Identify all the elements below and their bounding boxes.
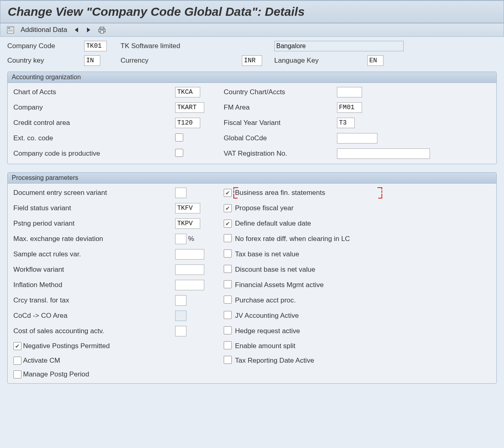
max-ex-rate-field[interactable]	[175, 234, 186, 244]
propose-fy-checkbox[interactable]: ✔	[224, 204, 232, 212]
field-status-field[interactable]	[175, 203, 200, 213]
inflation-field[interactable]	[175, 280, 204, 290]
pstng-period-label: Pstng period variant	[13, 220, 175, 228]
company-field[interactable]	[175, 102, 204, 113]
company-label: Company	[13, 104, 175, 112]
cost-sales-field[interactable]	[175, 326, 186, 336]
svg-marker-5	[75, 27, 78, 32]
processing-params-title: Processing parameters	[8, 173, 496, 184]
company-code-field[interactable]	[84, 41, 107, 51]
jv-acct-label: JV Accounting Active	[235, 312, 381, 320]
sample-rules-field[interactable]	[175, 249, 204, 260]
tax-base-checkbox[interactable]: ✔	[224, 249, 232, 258]
accounting-org-group: Accounting organization Chart of Accts C…	[7, 72, 497, 164]
purchase-acct-checkbox[interactable]: ✔	[224, 296, 232, 304]
cocd-co-label: CoCd -> CO Area	[13, 312, 175, 320]
detail-icon[interactable]	[7, 26, 14, 34]
global-cocde-label: Global CoCde	[224, 134, 337, 142]
tax-rep-date-checkbox[interactable]: ✔	[224, 356, 232, 364]
credit-ctrl-label: Credit control area	[13, 119, 175, 127]
global-cocde-field[interactable]	[337, 133, 377, 144]
activate-cm-checkbox[interactable]: ✔	[13, 357, 21, 365]
cocd-co-field	[175, 311, 186, 321]
propose-fy-label: Propose fiscal year	[235, 204, 381, 212]
neg-post-label: Negative Postings Permitted	[23, 342, 110, 350]
vat-reg-field[interactable]	[337, 148, 430, 159]
previous-icon[interactable]	[74, 27, 79, 33]
discount-base-checkbox[interactable]: ✔	[224, 265, 232, 273]
enable-split-label: Enable amount split	[235, 342, 381, 350]
doc-entry-field[interactable]	[175, 188, 186, 198]
ba-fin-stmt-highlight: Business area fin. statements	[235, 189, 381, 197]
svg-rect-8	[100, 27, 104, 29]
accounting-org-title: Accounting organization	[8, 72, 496, 83]
country-key-field[interactable]	[84, 55, 100, 66]
manage-postg-checkbox[interactable]: ✔	[13, 370, 21, 378]
fam-active-label: Financial Assets Mgmt active	[235, 281, 381, 289]
currency-label: Currency	[121, 57, 242, 65]
fiscal-year-field[interactable]	[337, 118, 355, 128]
svg-rect-1	[8, 27, 10, 29]
cost-sales-label: Cost of sales accounting actv.	[13, 327, 175, 335]
neg-post-checkbox[interactable]: ✔	[13, 342, 21, 350]
crcy-tax-label: Crcy transl. for tax	[13, 296, 175, 304]
additional-data-button[interactable]: Additional Data	[21, 26, 67, 34]
city-field[interactable]	[274, 41, 404, 51]
fiscal-year-label: Fiscal Year Variant	[224, 119, 337, 127]
country-chart-label: Country Chart/Accts	[224, 88, 337, 96]
no-forex-checkbox[interactable]: ✔	[224, 234, 232, 242]
currency-field[interactable]	[242, 55, 262, 66]
hedge-label: Hedge request active	[235, 327, 381, 335]
language-key-field[interactable]	[367, 55, 383, 66]
inflation-label: Inflation Method	[13, 281, 175, 289]
pct-label: %	[188, 235, 194, 243]
def-value-date-checkbox[interactable]: ✔	[224, 220, 232, 228]
no-forex-label: No forex rate diff. when clearing in LC	[235, 235, 381, 243]
enable-split-checkbox[interactable]: ✔	[224, 341, 232, 349]
discount-base-label: Discount base is net value	[235, 266, 381, 274]
doc-entry-label: Document entry screen variant	[13, 189, 175, 197]
print-icon[interactable]	[98, 26, 106, 34]
def-value-date-label: Define default value date	[235, 220, 381, 228]
manage-postg-label: Manage Postg Period	[23, 370, 89, 378]
fm-area-field[interactable]	[337, 102, 362, 113]
activate-cm-label: Activate CM	[23, 357, 60, 365]
ext-co-code-checkbox[interactable]: ✔	[175, 133, 183, 142]
fam-active-checkbox[interactable]: ✔	[224, 280, 232, 288]
page-title: Change View "Company Code Global Data": …	[8, 5, 496, 19]
max-ex-rate-label: Max. exchange rate deviation	[13, 235, 175, 243]
jv-acct-checkbox[interactable]: ✔	[224, 311, 232, 319]
country-chart-field[interactable]	[337, 87, 362, 97]
processing-params-group: Processing parameters Document entry scr…	[7, 172, 497, 384]
title-bar: Change View "Company Code Global Data": …	[0, 0, 504, 23]
crcy-tax-field[interactable]	[175, 295, 186, 306]
sample-rules-label: Sample acct rules var.	[13, 250, 175, 258]
company-name-text: TK Software limited	[121, 42, 242, 50]
svg-rect-9	[100, 31, 104, 33]
pstng-period-field[interactable]	[175, 218, 200, 229]
productive-label: Company code is productive	[13, 150, 175, 158]
purchase-acct-label: Purchase acct proc.	[235, 296, 381, 304]
ext-co-code-label: Ext. co. code	[13, 134, 175, 142]
language-key-label: Language Key	[274, 57, 367, 65]
company-code-label: Company Code	[7, 42, 84, 50]
ba-fin-stmt-label: Business area fin. statements	[235, 189, 325, 197]
credit-ctrl-field[interactable]	[175, 118, 200, 128]
toolbar: Additional Data	[0, 23, 504, 37]
chart-of-accts-field[interactable]	[175, 87, 200, 97]
tax-base-label: Tax base is net value	[235, 250, 381, 258]
svg-marker-6	[87, 27, 90, 32]
country-key-label: Country key	[7, 57, 84, 65]
fm-area-label: FM Area	[224, 104, 337, 112]
ba-fin-stmt-checkbox[interactable]: ✔	[224, 189, 232, 197]
field-status-label: Field status variant	[13, 204, 175, 212]
chart-of-accts-label: Chart of Accts	[13, 88, 175, 96]
vat-reg-label: VAT Registration No.	[224, 150, 337, 158]
workflow-label: Workflow variant	[13, 266, 175, 274]
workflow-field[interactable]	[175, 264, 204, 275]
hedge-checkbox[interactable]: ✔	[224, 326, 232, 334]
productive-checkbox[interactable]: ✔	[175, 149, 183, 157]
next-icon[interactable]	[86, 27, 91, 33]
tax-rep-date-label: Tax Reporting Date Active	[235, 357, 381, 365]
